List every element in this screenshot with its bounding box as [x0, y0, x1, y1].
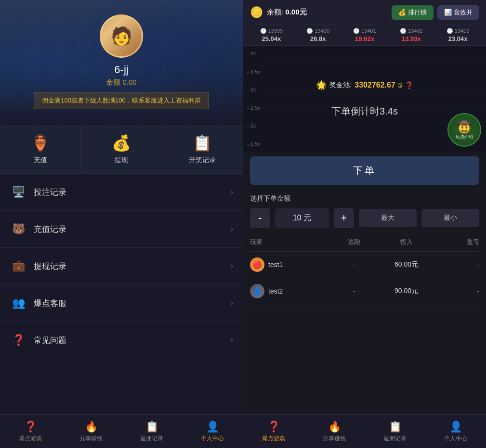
nav-share-label-right: 分享赚钱	[323, 435, 346, 443]
chevron-right-icon-4: ›	[231, 299, 233, 307]
recharge-label: 充值	[34, 156, 47, 165]
nav-profile-left[interactable]: 👤 个人中心	[182, 415, 243, 448]
recharge-button[interactable]: 🏺 充值	[0, 125, 81, 173]
prize-unit: $	[398, 81, 402, 89]
amount-controls: - 10 元 + 最大 最小	[250, 208, 479, 228]
profile-header: 🧑 6-jj 余额 0.00 佣金满100或者下级人数满100，联系客服进入工资…	[0, 0, 243, 125]
max-button[interactable]: 最大	[359, 209, 417, 227]
returns-icon-left: 📋	[145, 421, 158, 433]
min-button[interactable]: 最小	[421, 209, 479, 227]
round-history: 🕐 13399 25.04x 🕐 13400 26.8x 🕐 13401 19.…	[243, 25, 486, 46]
escape-cell-0: -	[333, 261, 375, 269]
nav-game-label-left: 爆点游戏	[19, 435, 42, 443]
player-cell-0: 🔴 test1	[250, 257, 333, 272]
audio-icon: 📊	[444, 9, 452, 16]
bag-icon: 💼	[10, 257, 27, 275]
prize-pool: 🌟 奖金池: 3302762.67 $ ❓	[316, 80, 413, 90]
menu-label-withdraw: 提现记录	[34, 261, 231, 272]
menu-item-bet[interactable]: 🖥️ 投注记录 ›	[0, 174, 243, 211]
round-mult-2: 19.62x	[355, 35, 374, 42]
people-icon: 👥	[10, 294, 27, 312]
round-id-3: 🕐 13402	[400, 28, 423, 34]
order-btn-section: 下单	[243, 152, 486, 190]
plus-button[interactable]: +	[334, 208, 354, 228]
menu-label-support: 爆点客服	[34, 298, 231, 309]
grid-line-1	[263, 61, 486, 61]
promo-bar: 佣金满100或者下级人数满100，联系客服进入工资福利群	[34, 92, 209, 109]
audio-button[interactable]: 📊 音效开	[437, 5, 479, 20]
rank-label: 排行榜	[408, 8, 427, 17]
nav-share-right[interactable]: 🔥 分享赚钱	[304, 415, 365, 448]
player-avatar-1: 👤	[250, 284, 264, 298]
round-item-3[interactable]: 🕐 13402 13.93x	[388, 28, 434, 42]
chart-y-labels: - 4x - 3.5x - 3x - 2.5x - 2x - 1.5x	[247, 51, 261, 147]
right-panel: 🪙 余额: 0.00元 💰 排行榜 📊 音效开 🕐 13399 25.04x 🕐…	[243, 0, 486, 448]
right-bottom-nav: ❓ 爆点游戏 🔥 分享赚钱 📋 返佣记录 👤 个人中心	[243, 414, 486, 448]
y-label-15x: - 1.5x	[247, 141, 261, 147]
nav-game-right[interactable]: ❓ 爆点游戏	[243, 415, 304, 448]
minus-button[interactable]: -	[250, 208, 270, 228]
round-mult-4: 23.04x	[448, 35, 468, 42]
intro-face-icon: 🤠	[457, 120, 472, 134]
nav-returns-left[interactable]: 📋 返佣记录	[121, 415, 182, 448]
game-chart: - 4x - 3.5x - 3x - 2.5x - 2x - 1.5x 🌟 奖金…	[243, 46, 486, 152]
countdown-text: 下单倒计时3.4s	[316, 105, 413, 118]
avatar: 🧑	[100, 14, 143, 58]
menu-label-faq: 常见问题	[34, 335, 231, 346]
round-item-0[interactable]: 🕐 13399 25.04x	[248, 28, 295, 42]
order-button[interactable]: 下单	[250, 156, 479, 185]
withdraw-icon: 💰	[112, 134, 131, 152]
profile-icon-right: 👤	[449, 421, 462, 433]
username: 6-jj	[114, 64, 128, 76]
player-name-1: test2	[268, 287, 283, 295]
players-table: 玩家 逃跑 投入 盈亏 🔴 test1 - 60.00元 - 👤 test2 -…	[243, 233, 486, 414]
nav-profile-right[interactable]: 👤 个人中心	[425, 415, 486, 448]
y-label-35x: - 3.5x	[247, 69, 261, 75]
menu-item-support[interactable]: 👥 爆点客服 ›	[0, 285, 243, 322]
left-bottom-nav: ❓ 爆点游戏 🔥 分享赚钱 📋 返佣记录 👤 个人中心	[0, 414, 243, 448]
round-item-1[interactable]: 🕐 13400 26.8x	[295, 28, 342, 42]
game-intro-badge[interactable]: 🤠 玩法介绍	[447, 113, 481, 147]
nav-game-label-right: 爆点游戏	[262, 435, 285, 443]
invest-cell-0: 60.00元	[375, 260, 438, 269]
lottery-label: 开奖记录	[189, 156, 216, 165]
round-id-4: 🕐 13403	[447, 28, 470, 34]
profit-cell-1: -	[437, 287, 479, 295]
left-panel: 🧑 6-jj 余额 0.00 佣金满100或者下级人数满100，联系客服进入工资…	[0, 0, 243, 448]
player-avatar-0: 🔴	[250, 257, 264, 272]
withdraw-button[interactable]: 💰 提现	[81, 125, 162, 173]
right-balance-amount: 0.00元	[285, 8, 306, 16]
grid-line-2	[263, 76, 486, 76]
monitor-icon: 🖥️	[10, 183, 27, 201]
rank-icon: 💰	[398, 9, 406, 16]
info-icon[interactable]: ❓	[405, 81, 413, 89]
prize-label: 奖金池:	[329, 81, 352, 90]
avatar-image: 🧑	[101, 16, 142, 56]
intro-text: 玩法介绍	[456, 134, 473, 140]
nav-share-left[interactable]: 🔥 分享赚钱	[61, 415, 121, 448]
profit-cell-0: -	[437, 261, 479, 269]
user-balance: 余额 0.00	[106, 78, 136, 87]
bear-icon: 🐻	[10, 220, 27, 238]
menu-item-faq[interactable]: ❓ 常见问题 ›	[0, 322, 243, 359]
share-icon-left: 🔥	[85, 421, 98, 433]
player-cell-1: 👤 test2	[250, 284, 333, 298]
nav-game-left[interactable]: ❓ 爆点游戏	[0, 415, 61, 448]
profile-icon-left: 👤	[206, 421, 219, 433]
round-mult-1: 26.8x	[310, 35, 326, 42]
round-item-4[interactable]: 🕐 13403 23.04x	[434, 28, 481, 42]
th-profit: 盈亏	[437, 238, 479, 246]
action-buttons: 🏺 充值 💰 提现 📋 开奖记录	[0, 125, 243, 174]
nav-returns-label-right: 返佣记录	[383, 435, 407, 443]
share-icon-right: 🔥	[328, 421, 341, 433]
lottery-button[interactable]: 📋 开奖记录	[162, 125, 243, 173]
nav-returns-right[interactable]: 📋 返佣记录	[365, 415, 425, 448]
y-label-3x: - 3x	[247, 87, 261, 92]
amount-section: 选择下单金额 - 10 元 + 最大 最小	[243, 190, 486, 233]
round-item-2[interactable]: 🕐 13401 19.62x	[342, 28, 388, 42]
menu-item-withdraw[interactable]: 💼 提现记录 ›	[0, 248, 243, 285]
rank-button[interactable]: 💰 排行榜	[392, 5, 433, 20]
menu-label-bet: 投注记录	[34, 187, 231, 198]
menu-list: 🖥️ 投注记录 › 🐻 充值记录 › 💼 提现记录 › 👥 爆点客服 › ❓ 常…	[0, 174, 243, 414]
menu-item-recharge[interactable]: 🐻 充值记录 ›	[0, 211, 243, 248]
